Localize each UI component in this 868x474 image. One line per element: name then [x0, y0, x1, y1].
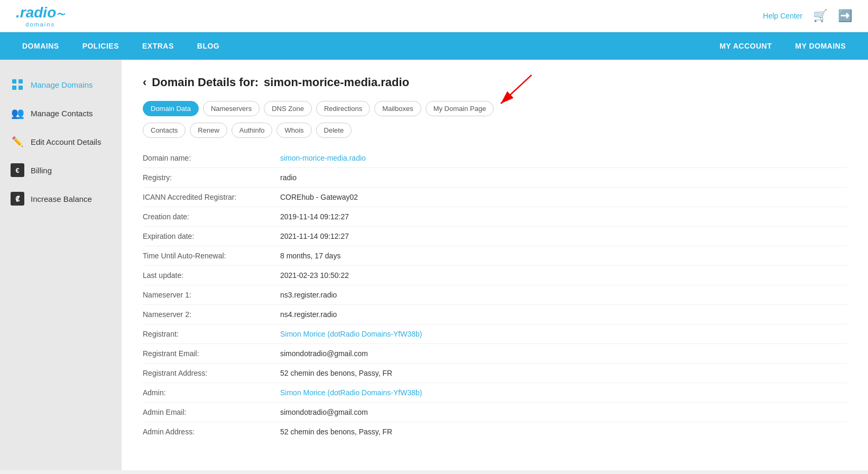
sidebar-item-manage-contacts[interactable]: 👥 Manage Contacts	[0, 99, 122, 127]
label-admin-email: Admin Email:	[143, 408, 280, 416]
svg-rect-0	[12, 79, 16, 83]
tab-domain-data[interactable]: Domain Data	[143, 101, 199, 116]
tab-whois[interactable]: Whois	[276, 123, 311, 138]
value-registrant[interactable]: Simon Morice (dotRadio Domains-YfW38b)	[280, 330, 422, 338]
nav-policies[interactable]: POLICIES	[71, 32, 131, 60]
logo-sub: domains	[25, 21, 55, 27]
euro-icon: €	[11, 163, 24, 177]
detail-row-domain-name: Domain name: simon-morice-media.radio	[143, 148, 847, 168]
value-registry: radio	[280, 173, 297, 182]
value-registrant-address: 52 chemin des benons, Passy, FR	[280, 369, 392, 377]
top-right-actions: Help Center 🛒 ➡️	[763, 9, 852, 23]
tab-authinfo[interactable]: Authinfo	[232, 123, 273, 138]
sidebar-item-manage-domains[interactable]: Manage Domains	[0, 70, 122, 99]
label-registrant-address: Registrant Address:	[143, 369, 280, 377]
top-header: .radio〜 domains Help Center 🛒 ➡️	[0, 0, 868, 32]
detail-row-registrant: Registrant: Simon Morice (dotRadio Domai…	[143, 324, 847, 344]
value-last-update: 2021-02-23 10:50:22	[280, 271, 349, 280]
pencil-icon: ✏️	[11, 135, 24, 148]
detail-row-admin-email: Admin Email: simondotradio@gmail.com	[143, 403, 847, 422]
my-domain-page-container: My Domain Page	[426, 101, 494, 116]
detail-row-last-update: Last update: 2021-02-23 10:50:22	[143, 266, 847, 285]
value-expiration: 2021-11-14 09:12:27	[280, 232, 349, 240]
label-expiration: Expiration date:	[143, 232, 280, 240]
label-autorenewal: Time Until Auto-Renewal:	[143, 252, 280, 260]
tab-dns-zone[interactable]: DNS Zone	[264, 101, 312, 116]
detail-row-admin: Admin: Simon Morice (dotRadio Domains-Yf…	[143, 383, 847, 403]
nav-blog[interactable]: BLOG	[186, 32, 231, 60]
label-last-update: Last update:	[143, 271, 280, 280]
main-nav: DOMAINS POLICIES EXTRAS BLOG MY ACCOUNT …	[0, 32, 868, 60]
sidebar-label-billing: Billing	[31, 166, 52, 175]
label-registrant-email: Registrant Email:	[143, 349, 280, 358]
nav-extras[interactable]: EXTRAS	[131, 32, 186, 60]
sidebar-label-manage-domains: Manage Domains	[31, 80, 93, 89]
svg-rect-2	[12, 86, 16, 90]
value-ns1: ns3.register.radio	[280, 291, 337, 299]
label-ns1: Nameserver 1:	[143, 291, 280, 299]
value-creation: 2019-11-14 09:12:27	[280, 212, 349, 221]
label-domain-name: Domain name:	[143, 154, 280, 162]
detail-row-ns1: Nameserver 1: ns3.register.radio	[143, 285, 847, 305]
tab-renew[interactable]: Renew	[190, 123, 227, 138]
sidebar: Manage Domains 👥 Manage Contacts ✏️ Edit…	[0, 60, 122, 470]
nav-domains[interactable]: DOMAINS	[11, 32, 71, 60]
label-admin-address: Admin Address:	[143, 427, 280, 436]
label-admin: Admin:	[143, 388, 280, 397]
detail-row-registrant-address: Registrant Address: 52 chemin des benons…	[143, 364, 847, 383]
label-ns2: Nameserver 2:	[143, 310, 280, 319]
back-arrow-icon[interactable]: ‹	[143, 76, 146, 89]
detail-row-admin-address: Admin Address: 52 chemin des benons, Pas…	[143, 422, 847, 441]
detail-row-autorenewal: Time Until Auto-Renewal: 8 months, 17 da…	[143, 246, 847, 266]
main-layout: Manage Domains 👥 Manage Contacts ✏️ Edit…	[0, 60, 868, 470]
sidebar-item-billing[interactable]: € Billing	[0, 156, 122, 184]
tab-redirections[interactable]: Redirections	[316, 101, 370, 116]
sidebar-label-manage-contacts: Manage Contacts	[31, 109, 93, 118]
help-center-link[interactable]: Help Center	[763, 12, 802, 20]
cart-icon[interactable]: 🛒	[813, 9, 827, 23]
wallet-icon: ₡	[11, 192, 24, 206]
tab-contacts[interactable]: Contacts	[143, 123, 186, 138]
grid-icon	[11, 78, 24, 91]
value-admin-address: 52 chemin des benons, Passy, FR	[280, 427, 392, 436]
value-autorenewal: 8 months, 17 days	[280, 252, 340, 260]
people-icon: 👥	[11, 106, 24, 120]
label-registrar: ICANN Accredited Registrar:	[143, 193, 280, 201]
tab-mailboxes[interactable]: Mailboxes	[374, 101, 421, 116]
domain-name-title: simon-morice-media.radio	[264, 76, 409, 89]
value-admin-email: simondotradio@gmail.com	[280, 408, 368, 416]
tabs-row: Domain Data Nameservers DNS Zone Redirec…	[143, 101, 847, 116]
page-title: ‹ Domain Details for: simon-morice-media…	[143, 76, 847, 89]
sidebar-label-increase-balance: Increase Balance	[31, 194, 92, 203]
nav-my-domains[interactable]: MY DOMAINS	[783, 32, 857, 60]
detail-row-registrar: ICANN Accredited Registrar: COREhub - Ga…	[143, 188, 847, 207]
label-registry: Registry:	[143, 173, 280, 182]
detail-row-expiration: Expiration date: 2021-11-14 09:12:27	[143, 227, 847, 246]
detail-row-registrant-email: Registrant Email: simondotradio@gmail.co…	[143, 344, 847, 364]
svg-rect-3	[19, 86, 23, 90]
tabs-row-2: Contacts Renew Authinfo Whois Delete	[143, 123, 847, 138]
value-registrant-email: simondotradio@gmail.com	[280, 349, 368, 358]
svg-rect-1	[19, 79, 23, 83]
logo[interactable]: .radio〜 domains	[16, 4, 64, 27]
detail-row-ns2: Nameserver 2: ns4.register.radio	[143, 305, 847, 324]
detail-row-creation: Creation date: 2019-11-14 09:12:27	[143, 207, 847, 227]
value-admin[interactable]: Simon Morice (dotRadio Domains-YfW38b)	[280, 388, 422, 397]
title-prefix: Domain Details for:	[152, 76, 258, 89]
detail-row-registry: Registry: radio	[143, 168, 847, 188]
sidebar-item-edit-account[interactable]: ✏️ Edit Account Details	[0, 127, 122, 156]
sidebar-label-edit-account: Edit Account Details	[31, 137, 101, 146]
value-ns2: ns4.register.radio	[280, 310, 337, 319]
sidebar-item-increase-balance[interactable]: ₡ Increase Balance	[0, 184, 122, 213]
value-registrar: COREhub - Gateway02	[280, 193, 358, 201]
tab-delete[interactable]: Delete	[316, 123, 352, 138]
value-domain-name[interactable]: simon-morice-media.radio	[280, 154, 366, 162]
domain-details: Domain name: simon-morice-media.radio Re…	[143, 148, 847, 441]
logo-text: .radio〜	[16, 4, 64, 21]
tab-nameservers[interactable]: Nameservers	[203, 101, 260, 116]
login-icon[interactable]: ➡️	[838, 9, 852, 23]
label-registrant: Registrant:	[143, 330, 280, 338]
nav-my-account[interactable]: MY ACCOUNT	[708, 32, 783, 60]
label-creation: Creation date:	[143, 212, 280, 221]
tab-my-domain-page[interactable]: My Domain Page	[426, 101, 494, 116]
